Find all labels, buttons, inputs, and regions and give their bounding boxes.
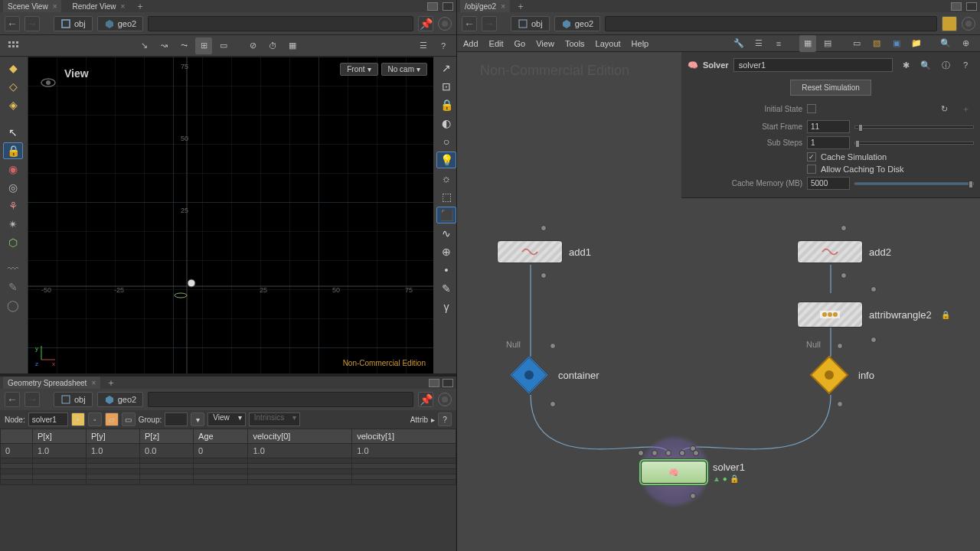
info-icon[interactable]: ⓘ <box>937 57 954 73</box>
uv-icon[interactable]: ⊕ <box>436 243 456 260</box>
menu-go[interactable]: Go <box>514 39 526 48</box>
select-dyn-icon[interactable]: ◈ <box>3 96 23 113</box>
grid-menu-icon[interactable] <box>5 37 21 54</box>
maximize-button[interactable] <box>427 2 438 11</box>
bg-icon[interactable]: ⬚ <box>436 188 456 205</box>
pointer-icon[interactable]: ↖ <box>3 124 23 141</box>
table-row[interactable] <box>1 474 456 480</box>
path-node[interactable]: geo2 <box>97 392 143 407</box>
add-tab-button[interactable]: ＋ <box>106 377 116 390</box>
xray-icon[interactable]: ∿ <box>436 225 456 242</box>
brush-icon[interactable]: 〰 <box>3 260 23 277</box>
class-points-icon[interactable]: • <box>71 412 85 426</box>
path-field[interactable] <box>148 392 413 407</box>
help-icon[interactable]: ? <box>435 37 452 54</box>
pin-button[interactable]: 📌 <box>418 16 433 31</box>
chooser-icon[interactable]: ＋ <box>957 100 974 117</box>
path-field[interactable] <box>148 16 413 31</box>
path-node[interactable]: geo2 <box>554 16 600 31</box>
display-opts-icon[interactable]: ☰ <box>415 37 432 54</box>
col-header[interactable]: P[y] <box>86 429 139 444</box>
path-level[interactable]: obj <box>54 392 93 407</box>
add-tab-button[interactable]: ＋ <box>516 0 525 13</box>
substeps-field[interactable] <box>807 136 850 149</box>
render-flag-icon[interactable]: ● <box>723 474 727 483</box>
menu-layout[interactable]: Layout <box>596 39 621 48</box>
inspect-icon[interactable]: ⚘ <box>3 197 23 214</box>
brush2-icon[interactable]: ✎ <box>436 280 456 297</box>
search-icon[interactable]: 🔍 <box>917 57 934 73</box>
col-header[interactable] <box>1 429 33 444</box>
circle-off-icon[interactable]: ⊘ <box>244 37 261 54</box>
snap-curve-icon[interactable]: ↝ <box>155 37 172 54</box>
sticky-icon[interactable]: ▧ <box>868 35 885 52</box>
group-pick-icon[interactable]: ▾ <box>191 412 204 426</box>
camera-menu[interactable]: Front▾ <box>340 63 377 76</box>
menu-button[interactable] <box>966 2 977 11</box>
close-icon[interactable]: × <box>91 379 96 387</box>
node-add2[interactable]: add2 <box>797 240 891 263</box>
disp-wire-icon[interactable]: ⊡ <box>436 78 456 95</box>
eye-icon[interactable] <box>40 74 57 91</box>
menu-view[interactable]: View <box>536 39 554 48</box>
table-row[interactable] <box>1 458 456 464</box>
list-icon[interactable]: ≡ <box>770 35 787 52</box>
help-icon[interactable]: ? <box>957 57 974 73</box>
table-row[interactable] <box>1 464 456 469</box>
substeps-slider[interactable] <box>854 142 974 145</box>
output-port[interactable] <box>871 337 877 343</box>
ghost-icon[interactable]: ◐ <box>436 115 456 132</box>
menu-tools[interactable]: Tools <box>565 39 585 48</box>
intrinsics-select[interactable]: Intrinsics ▾ <box>249 412 300 426</box>
select-geo-icon[interactable]: ◇ <box>3 78 23 95</box>
viewport[interactable]: View 75 50 25 -50 -25 25 50 75 Front▾ No… <box>28 57 433 373</box>
node-solver1[interactable]: 🧠 solver1 ▲ ● 🔒 <box>641 461 745 484</box>
cplane-icon[interactable]: ▭ <box>215 37 232 54</box>
output-port[interactable] <box>690 493 696 499</box>
panel2-icon[interactable]: ▤ <box>819 35 836 52</box>
netbox-icon[interactable]: ▣ <box>888 35 905 52</box>
startframe-field[interactable] <box>807 120 850 133</box>
startframe-slider[interactable] <box>854 126 974 129</box>
snapshot-icon[interactable]: ◎ <box>3 179 23 196</box>
color-button[interactable] <box>942 16 957 31</box>
back-button[interactable]: ← <box>462 16 477 31</box>
class-detail-icon[interactable]: ▭ <box>122 412 136 426</box>
dot-icon[interactable]: • <box>436 262 456 279</box>
back-button[interactable]: ← <box>5 16 20 31</box>
table-row[interactable] <box>1 469 456 474</box>
select-obj-icon[interactable]: ◆ <box>3 60 23 77</box>
initial-state-checkbox[interactable] <box>807 104 816 113</box>
node-info[interactable]: Null info <box>806 352 874 398</box>
display-flag-icon[interactable]: ▲ <box>713 474 720 483</box>
forward-button[interactable]: → <box>482 16 497 31</box>
note-icon[interactable]: ▭ <box>848 35 865 52</box>
maximize-button[interactable] <box>951 2 962 11</box>
headlight-icon[interactable]: ☼ <box>436 170 456 187</box>
class-verts-icon[interactable]: ◦ <box>88 412 102 426</box>
reload-icon[interactable]: ↻ <box>936 100 952 117</box>
marker-icon[interactable]: ▦ <box>284 37 301 54</box>
panel1-icon[interactable]: ▦ <box>799 35 816 52</box>
snap-multi-icon[interactable]: ⤳ <box>175 37 192 54</box>
disp-normals-icon[interactable]: ↗ <box>436 60 456 77</box>
tab-geo-spreadsheet[interactable]: Geometry Spreadsheet× <box>3 377 100 389</box>
menu-add[interactable]: Add <box>463 39 479 48</box>
view-select[interactable]: View ▾ <box>207 412 246 426</box>
output-port[interactable] <box>550 401 556 407</box>
wrench-icon[interactable]: 🔧 <box>730 35 747 52</box>
output-port[interactable] <box>837 401 843 407</box>
output-port[interactable] <box>841 272 847 279</box>
autokey-icon[interactable]: ⬡ <box>3 234 23 251</box>
col-header[interactable]: P[x] <box>32 429 86 444</box>
path-node[interactable]: geo2 <box>97 16 143 31</box>
sculpt-icon[interactable]: ✎ <box>3 279 23 295</box>
stopwatch-icon[interactable]: ⏱ <box>264 37 281 54</box>
chevron-right-icon[interactable]: ▸ <box>431 416 435 424</box>
menu-button[interactable] <box>443 2 453 11</box>
path-level[interactable]: obj <box>54 16 93 31</box>
menu-button[interactable] <box>443 379 453 387</box>
forward-button[interactable]: → <box>24 392 40 407</box>
group-field[interactable] <box>165 412 188 426</box>
forward-button[interactable]: → <box>24 16 40 31</box>
